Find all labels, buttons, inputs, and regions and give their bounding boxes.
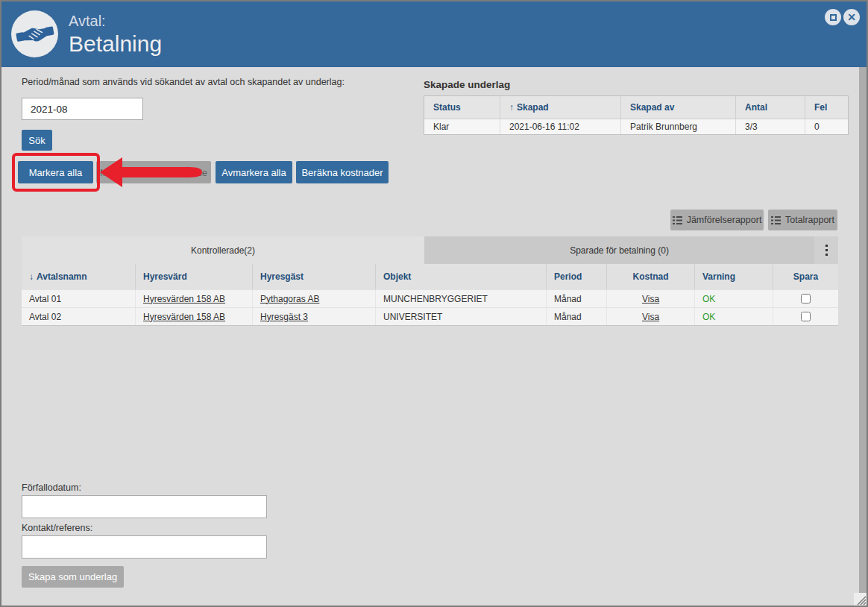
kontakt-referens-label: Kontakt/referens: — [22, 523, 92, 533]
column-header-skapad[interactable]: ↑ Skapad — [500, 96, 621, 119]
cell-fel: 0 — [805, 119, 848, 134]
agreement-row: Avtal 01 Hyresvärden 158 AB Pythagoras A… — [22, 289, 838, 307]
column-header-avtalsnamn[interactable]: ↓ Avtalsnamn — [22, 264, 136, 289]
cell-status: Klar — [424, 119, 500, 134]
right-scrollbar-track[interactable] — [859, 67, 867, 606]
window-title-line2: Betalning — [69, 31, 162, 57]
cell-objekt: MUNCHENBRYGGERIET — [376, 290, 547, 307]
hyresvard-link[interactable]: Hyresvärden 158 AB — [143, 312, 225, 322]
skapade-underlag-row[interactable]: Klar 2021-06-16 11:02 Patrik Brunnberg 3… — [424, 119, 848, 134]
totalrapport-button[interactable]: Totalrapport — [768, 210, 837, 230]
maximize-button[interactable] — [825, 9, 841, 25]
spara-checkbox[interactable] — [801, 312, 811, 321]
cell-skapad: 2021-06-16 11:02 — [500, 119, 621, 134]
tab-sparade-label: Sparade för betalning (0) — [570, 245, 669, 256]
report-grid-icon — [771, 216, 781, 224]
sort-ascending-icon: ↑ — [509, 102, 514, 113]
column-header-hyresvard[interactable]: Hyresvärd — [136, 264, 253, 289]
window-resize-grip[interactable] — [854, 593, 867, 606]
skapade-underlag-title: Skapade underlag — [424, 79, 510, 90]
cell-avtalsnamn: Avtal 01 — [22, 290, 136, 307]
varning-status: OK — [702, 312, 715, 322]
sort-descending-icon: ↓ — [29, 271, 34, 282]
tab-kontrollerade[interactable]: Kontrollerade(2) — [22, 236, 424, 264]
column-header-fel[interactable]: Fel — [805, 96, 848, 119]
agreement-row: Avtal 02 Hyresvärden 158 AB Hyresgäst 3 … — [22, 307, 838, 325]
cell-period: Månad — [547, 308, 607, 325]
column-header-status[interactable]: Status — [424, 96, 500, 119]
column-header-period[interactable]: Period — [547, 264, 607, 289]
tab-overflow-menu-button[interactable] — [814, 236, 838, 264]
cell-skapad-av: Patrik Brunnberg — [621, 119, 736, 134]
cell-avtalsnamn: Avtal 02 — [22, 308, 136, 325]
kontakt-referens-input[interactable] — [22, 535, 267, 559]
spara-checkbox[interactable] — [801, 294, 811, 304]
tab-bar: Kontrollerade(2) Sparade för betalning (… — [22, 236, 838, 264]
handshake-icon — [16, 15, 54, 54]
skapade-underlag-header-row: Status ↑ Skapad Skapad av Antal Fel — [424, 96, 848, 119]
jamforelserapport-button[interactable]: Jämförelserapport — [670, 210, 764, 230]
maximize-icon — [830, 14, 837, 21]
jamforelserapport-label: Jämförelserapport — [687, 215, 762, 225]
hyresvard-link[interactable]: Hyresvärden 158 AB — [143, 294, 225, 304]
markera-alla-odebiterade-button: Markera alla odebiterade — [96, 161, 211, 183]
column-header-spara[interactable]: Spara — [773, 264, 838, 289]
window-title: Avtal: Betalning — [69, 11, 162, 57]
tab-kontrollerade-label: Kontrollerade(2) — [191, 245, 255, 256]
app-logo — [11, 10, 58, 57]
forfallodatum-label: Förfallodatum: — [22, 482, 81, 493]
cell-objekt: UNIVERSITET — [376, 308, 547, 325]
skapa-som-underlag-button: Skapa som underlag — [22, 566, 124, 588]
column-header-varning[interactable]: Varning — [695, 264, 773, 289]
column-header-hyresgast[interactable]: Hyresgäst — [253, 264, 376, 289]
period-label: Period/månad som används vid sökandet av… — [22, 77, 345, 87]
visa-kostnad-link[interactable]: Visa — [642, 294, 659, 304]
agreements-table: ↓ Avtalsnamn Hyresvärd Hyresgäst Objekt … — [22, 264, 838, 326]
column-header-objekt[interactable]: Objekt — [376, 264, 547, 289]
avtal-betalning-window: Avtal: Betalning ✕ Period/månad som anvä… — [0, 0, 868, 607]
tab-sparade-for-betalning[interactable]: Sparade för betalning (0) — [424, 236, 814, 264]
window-title-line1: Avtal: — [69, 11, 162, 31]
hyresgast-link[interactable]: Hyresgäst 3 — [260, 312, 308, 322]
close-button[interactable]: ✕ — [843, 9, 860, 25]
totalrapport-label: Totalrapport — [785, 215, 834, 225]
skapade-underlag-table: Status ↑ Skapad Skapad av Antal Fel Klar… — [424, 95, 849, 135]
cell-period: Månad — [547, 290, 607, 307]
visa-kostnad-link[interactable]: Visa — [642, 312, 659, 322]
sok-button[interactable]: Sök — [22, 130, 52, 151]
column-header-antal[interactable]: Antal — [736, 96, 805, 119]
report-grid-icon — [673, 216, 682, 224]
period-input[interactable] — [22, 98, 143, 120]
varning-status: OK — [702, 294, 715, 304]
avmarkera-alla-button[interactable]: Avmarkera alla — [216, 161, 292, 183]
close-icon: ✕ — [847, 12, 856, 22]
hyresgast-link[interactable]: Pythagoras AB — [260, 294, 319, 304]
resize-grip-icon — [854, 593, 867, 606]
berakna-kostnader-button[interactable]: Beräkna kostnader — [296, 161, 389, 183]
column-header-skapad-av[interactable]: Skapad av — [621, 96, 736, 119]
agreements-header-row: ↓ Avtalsnamn Hyresvärd Hyresgäst Objekt … — [22, 264, 838, 289]
cell-antal: 3/3 — [736, 119, 805, 134]
forfallodatum-input[interactable] — [22, 495, 267, 518]
markera-alla-button[interactable]: Markera alla — [18, 161, 93, 183]
menu-dots-icon — [825, 245, 828, 247]
window-titlebar: Avtal: Betalning ✕ — [1, 1, 867, 67]
column-header-kostnad[interactable]: Kostnad — [607, 264, 695, 289]
